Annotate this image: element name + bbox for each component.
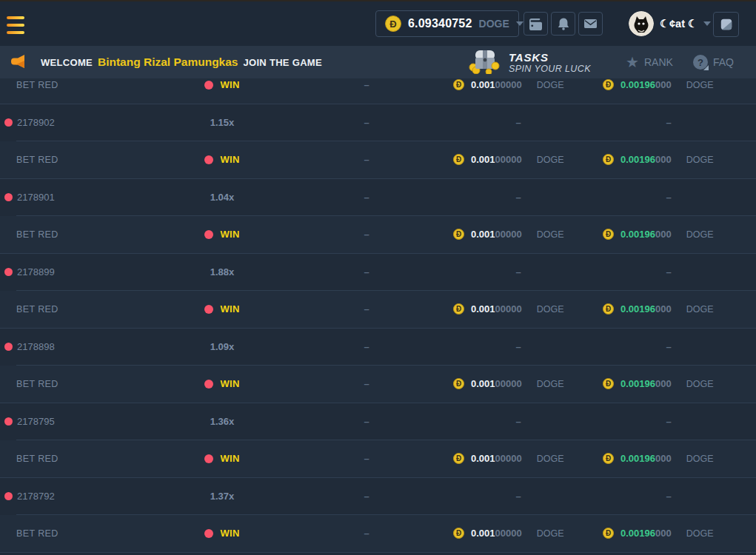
- messages-button[interactable]: [578, 12, 603, 36]
- app-screen: Đ 6.09340752 DOGE: [0, 0, 756, 555]
- bet-result: WIN: [220, 528, 239, 539]
- bet-result: WIN: [220, 303, 239, 314]
- amount-trailing-zeros: 00000: [495, 453, 522, 464]
- notifications-button[interactable]: [551, 12, 575, 36]
- round-multiplier-cell: 1.09x: [178, 341, 267, 352]
- payout-cell: Đ0.00196000DOGE: [592, 229, 756, 240]
- amount-trailing-zeros: 00000: [495, 79, 522, 90]
- wager-currency: DOGE: [537, 379, 564, 389]
- round-id-cell: 2178899: [0, 266, 178, 278]
- round-row[interactable]: 21787921.37x–––: [0, 478, 756, 515]
- empty-cell: –: [592, 491, 756, 502]
- row-divider: [0, 552, 756, 553]
- doge-coin-icon: Đ: [453, 528, 464, 539]
- amount-value: 0.00100000: [471, 79, 522, 90]
- amount-trailing-zeros: 00000: [495, 528, 522, 539]
- empty-cell: –: [592, 266, 756, 278]
- wager-cell: Đ0.00100000DOGE: [444, 79, 592, 90]
- rank-label: RANK: [644, 56, 673, 68]
- balance-selector[interactable]: Đ 6.09340752 DOGE: [375, 10, 519, 37]
- dash-placeholder: –: [666, 491, 671, 502]
- amount-trailing-zeros: 000: [655, 378, 672, 389]
- round-red-dot: [4, 343, 13, 351]
- amount-trailing-zeros: 00000: [495, 303, 522, 314]
- round-red-dot: [4, 193, 13, 201]
- rank-link[interactable]: ★ RANK: [626, 46, 673, 78]
- wallet-button[interactable]: [523, 12, 548, 36]
- bet-row[interactable]: BET REDWIN–Đ0.00100000DOGEĐ0.00196000DOG…: [0, 440, 756, 477]
- amount-trailing-zeros: 000: [655, 453, 672, 464]
- bet-result-cell: WIN: [178, 229, 267, 240]
- bet-label-cell: BET RED: [0, 229, 178, 240]
- amount-value: 0.00100000: [471, 154, 522, 165]
- faq-link[interactable]: ? FAQ: [693, 46, 734, 78]
- round-id-cell: 2178795: [0, 416, 178, 427]
- bets-table-viewport[interactable]: BET REDWIN–Đ0.00100000DOGEĐ0.00196000DOG…: [0, 78, 756, 555]
- payout-currency: DOGE: [686, 304, 714, 314]
- round-row[interactable]: 21789021.15x–––: [0, 104, 756, 141]
- doge-coin-icon: Đ: [453, 378, 464, 389]
- bet-row[interactable]: BET REDWIN–Đ0.00100000DOGEĐ0.00196000DOG…: [0, 216, 756, 253]
- bet-label-cell: BET RED: [0, 379, 178, 389]
- round-multiplier-cell: 1.88x: [178, 266, 267, 278]
- wager-cell: Đ0.00100000DOGE: [444, 528, 592, 539]
- empty-cell: –: [267, 229, 444, 240]
- payout-cell: Đ0.00196000DOGE: [592, 528, 756, 539]
- amount-value: 0.00196000: [620, 453, 672, 464]
- dash-placeholder: –: [364, 79, 369, 90]
- wager-currency: DOGE: [537, 304, 564, 314]
- dash-placeholder: –: [364, 117, 369, 128]
- empty-cell: –: [267, 303, 444, 314]
- chevron-down-icon: [703, 21, 711, 26]
- amount-value: 0.00100000: [471, 303, 522, 314]
- balance-currency: DOGE: [479, 18, 509, 30]
- bet-row[interactable]: BET REDWIN–Đ0.00100000DOGEĐ0.00196000DOG…: [0, 141, 756, 178]
- round-multiplier-cell: 1.04x: [178, 192, 267, 203]
- empty-cell: –: [444, 192, 592, 203]
- doge-coin-icon: Đ: [453, 79, 464, 90]
- round-row[interactable]: 21787951.36x–––: [0, 403, 756, 440]
- result-red-dot: [204, 454, 213, 463]
- tasks-link[interactable]: TASKS SPIN YOUR LUCK: [466, 47, 591, 77]
- bet-result: WIN: [220, 154, 239, 165]
- payout-cell: Đ0.00196000DOGE: [592, 79, 756, 90]
- round-row[interactable]: 21788991.88x–––: [0, 254, 756, 291]
- dash-placeholder: –: [364, 378, 369, 389]
- bet-row[interactable]: BET REDWIN–Đ0.00100000DOGEĐ0.00196000DOG…: [0, 366, 756, 403]
- bet-result: WIN: [220, 229, 239, 240]
- result-red-dot: [204, 155, 213, 164]
- player-name: Bintang Rizal Pamungkas: [98, 56, 238, 69]
- empty-cell: –: [444, 491, 592, 502]
- hamburger-icon: [7, 16, 24, 19]
- bet-row[interactable]: BET REDWIN–Đ0.00100000DOGEĐ0.00196000DOG…: [0, 78, 756, 104]
- menu-button[interactable]: [7, 16, 26, 34]
- tasks-subtitle: SPIN YOUR LUCK: [509, 64, 591, 74]
- round-row[interactable]: 21788981.09x–––: [0, 329, 756, 366]
- empty-cell: –: [267, 416, 444, 427]
- amount-value: 0.00196000: [620, 154, 672, 165]
- bet-row[interactable]: BET REDWIN–Đ0.00100000DOGEĐ0.00196000DOG…: [0, 515, 756, 552]
- dash-placeholder: –: [515, 192, 521, 203]
- round-row[interactable]: 21789011.04x–––: [0, 179, 756, 216]
- doge-coin-icon: Đ: [453, 453, 464, 464]
- bet-label: BET RED: [16, 528, 58, 539]
- bet-label: BET RED: [16, 80, 58, 90]
- payout-cell: Đ0.00196000DOGE: [592, 378, 756, 389]
- payout-currency: DOGE: [686, 229, 714, 240]
- round-red-dot: [4, 417, 13, 426]
- amount-main: 0.00196: [620, 453, 655, 464]
- dash-placeholder: –: [364, 416, 369, 427]
- dash-placeholder: –: [666, 341, 671, 352]
- result-red-dot: [204, 529, 213, 538]
- result-red-dot: [204, 230, 213, 239]
- bet-row[interactable]: BET REDWIN–Đ0.00100000DOGEĐ0.00196000DOG…: [0, 291, 756, 328]
- bet-result: WIN: [220, 378, 239, 389]
- user-menu[interactable]: ☾¢at ☾: [629, 11, 711, 36]
- bet-result: WIN: [220, 453, 239, 464]
- round-multiplier: 1.15x: [210, 117, 235, 128]
- empty-cell: –: [444, 117, 592, 128]
- support-chat-button[interactable]: [713, 12, 739, 37]
- dash-placeholder: –: [364, 491, 369, 502]
- doge-coin-icon: Đ: [603, 528, 614, 539]
- empty-cell: –: [444, 266, 592, 278]
